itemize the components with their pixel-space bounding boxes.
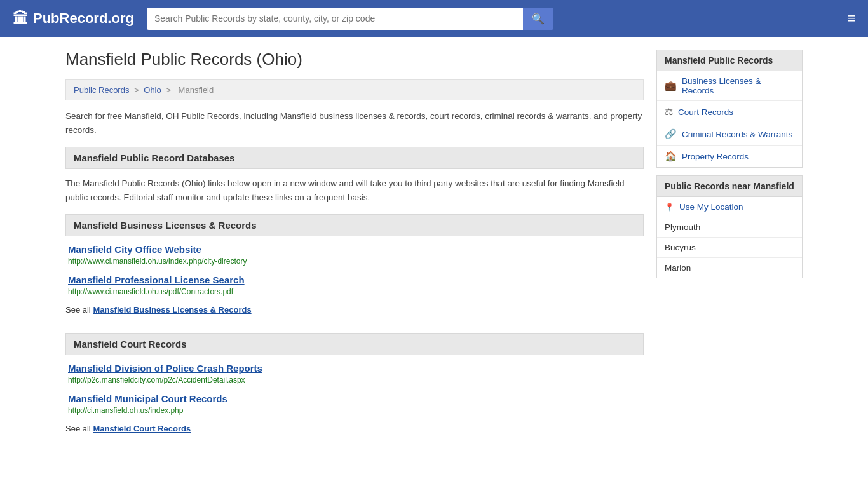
link-icon: 🔗 xyxy=(665,128,677,140)
home-icon: 🏠 xyxy=(665,151,677,162)
divider-1 xyxy=(65,325,644,325)
location-icon: 📍 xyxy=(665,203,674,212)
court-see-all-link[interactable]: Mansfield Court Records xyxy=(93,424,191,433)
business-see-all-link[interactable]: Mansfield Business Licenses & Records xyxy=(93,305,251,315)
business-link-2-url: http://www.ci.mansfield.oh.us/pdf/Contra… xyxy=(68,287,644,296)
breadcrumb-public-records[interactable]: Public Records xyxy=(74,85,129,95)
site-header: 🏛 PubRecord.org 🔍 ≡ xyxy=(0,0,868,37)
court-entry-2: Mansfield Municipal Court Records http:/… xyxy=(65,393,644,415)
marion-label: Marion xyxy=(665,263,691,273)
scales-icon: ⚖ xyxy=(665,106,673,118)
court-link-2-url: http://ci.mansfield.oh.us/index.php xyxy=(68,406,644,415)
nearby-bucyrus[interactable]: Bucyrus xyxy=(657,238,802,258)
sidebar-property-label: Property Records xyxy=(682,152,749,161)
databases-description: The Mansfield Public Records (Ohio) link… xyxy=(65,177,644,204)
business-link-2-title[interactable]: Mansfield Professional License Search xyxy=(68,274,644,285)
sidebar-court-label: Court Records xyxy=(678,107,733,117)
main-container: Mansfield Public Records (Ohio) Public R… xyxy=(53,37,815,456)
court-link-2-title[interactable]: Mansfield Municipal Court Records xyxy=(68,393,644,404)
sidebar-item-property[interactable]: 🏠 Property Records xyxy=(657,146,802,167)
see-all-text-business: See all xyxy=(65,305,91,315)
plymouth-label: Plymouth xyxy=(665,222,700,232)
see-all-text-court: See all xyxy=(65,424,91,433)
intro-description: Search for free Mansfield, OH Public Rec… xyxy=(65,109,644,137)
logo-icon: 🏛 xyxy=(13,10,28,27)
search-input[interactable] xyxy=(147,8,523,30)
sidebar-item-business[interactable]: 💼 Business Licenses & Records xyxy=(657,71,802,101)
business-see-all: See all Mansfield Business Licenses & Re… xyxy=(65,305,644,315)
business-entry-1: Mansfield City Office Website http://www… xyxy=(65,244,644,266)
site-logo[interactable]: 🏛 PubRecord.org xyxy=(13,10,134,27)
breadcrumb-sep-2: > xyxy=(166,85,173,95)
sidebar-business-label: Business Licenses & Records xyxy=(682,76,794,95)
sidebar-criminal-label: Criminal Records & Warrants xyxy=(682,130,792,139)
mansfield-records-box: Mansfield Public Records 💼 Business Lice… xyxy=(656,50,803,168)
nearby-records-title: Public Records near Mansfield xyxy=(657,176,802,197)
content-area: Mansfield Public Records (Ohio) Public R… xyxy=(65,50,644,444)
court-entry-1: Mansfield Division of Police Crash Repor… xyxy=(65,363,644,384)
briefcase-icon: 💼 xyxy=(665,80,677,92)
business-entry-2: Mansfield Professional License Search ht… xyxy=(65,274,644,296)
breadcrumb-mansfield: Mansfield xyxy=(179,85,214,95)
nearby-plymouth[interactable]: Plymouth xyxy=(657,217,802,238)
court-section-header: Mansfield Court Records xyxy=(65,333,644,355)
hamburger-menu[interactable]: ≡ xyxy=(847,10,855,27)
business-section-header: Mansfield Business Licenses & Records xyxy=(65,214,644,236)
logo-text: PubRecord.org xyxy=(33,10,134,27)
use-my-location[interactable]: 📍 Use My Location xyxy=(657,197,802,217)
bucyrus-label: Bucyrus xyxy=(665,243,696,252)
nearby-marion[interactable]: Marion xyxy=(657,258,802,278)
business-link-1-title[interactable]: Mansfield City Office Website xyxy=(68,244,644,255)
page-title: Mansfield Public Records (Ohio) xyxy=(65,50,644,69)
sidebar-item-criminal[interactable]: 🔗 Criminal Records & Warrants xyxy=(657,123,802,146)
breadcrumb-sep-1: > xyxy=(134,85,141,95)
use-location-label: Use My Location xyxy=(679,202,743,212)
search-bar: 🔍 xyxy=(147,8,553,30)
mansfield-records-title: Mansfield Public Records xyxy=(657,50,802,71)
business-link-1-url: http://www.ci.mansfield.oh.us/index.php/… xyxy=(68,257,644,266)
search-button[interactable]: 🔍 xyxy=(523,8,553,30)
sidebar: Mansfield Public Records 💼 Business Lice… xyxy=(656,50,803,444)
breadcrumb: Public Records > Ohio > Mansfield xyxy=(65,79,644,100)
databases-section-header: Mansfield Public Record Databases xyxy=(65,147,644,169)
sidebar-item-court[interactable]: ⚖ Court Records xyxy=(657,101,802,123)
court-see-all: See all Mansfield Court Records xyxy=(65,424,644,433)
court-link-1-title[interactable]: Mansfield Division of Police Crash Repor… xyxy=(68,363,644,374)
breadcrumb-ohio[interactable]: Ohio xyxy=(144,85,161,95)
nearby-records-box: Public Records near Mansfield 📍 Use My L… xyxy=(656,175,803,278)
court-link-1-url: http://p2c.mansfieldcity.com/p2c/Acciden… xyxy=(68,376,644,384)
